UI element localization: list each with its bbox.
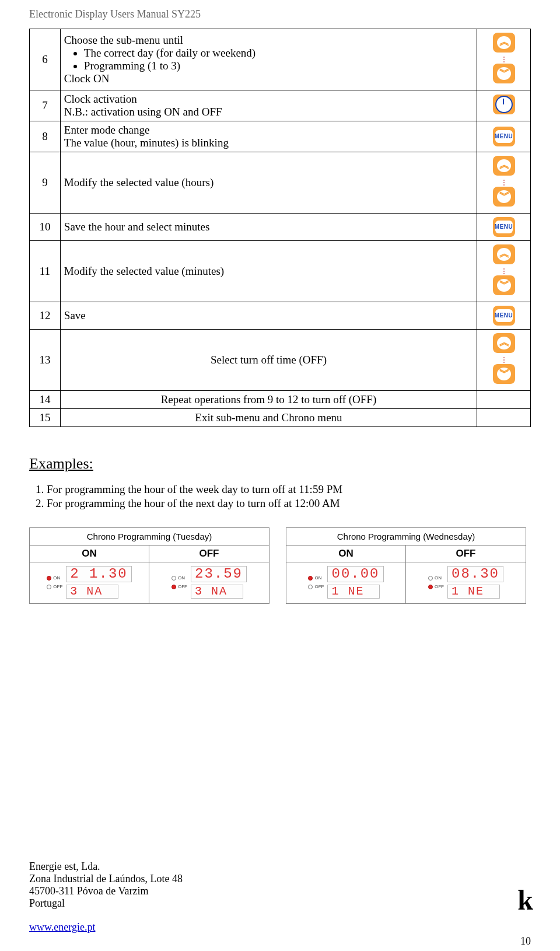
panel-onoff-header: ON	[30, 546, 149, 562]
clock-icon	[493, 95, 515, 114]
step-icons	[477, 330, 531, 391]
footer-link[interactable]: www.energie.pt	[29, 921, 95, 933]
menu-icon: MENU	[493, 127, 515, 146]
footer-country: Portugal	[29, 897, 531, 910]
step-line: Clock activation	[64, 93, 473, 106]
step-description: Exit sub-menu and Chrono menu	[60, 409, 477, 427]
step-number: 14	[30, 391, 61, 409]
chrono-panel: Chrono Programming (Wednesday)ONONOFF00.…	[286, 527, 526, 604]
led-on-icon	[172, 585, 176, 589]
icon-connector	[503, 268, 505, 274]
led-label: OFF	[435, 584, 444, 589]
led-label: ON	[314, 575, 321, 581]
panel-half-off: OFFONOFF23.593 NA	[149, 546, 269, 603]
led-row: ON	[172, 575, 187, 581]
led-label: ON	[53, 575, 60, 581]
seven-segment-display: 3 NA	[66, 585, 118, 599]
led-row: ON	[308, 575, 324, 581]
led-row: OFF	[428, 584, 444, 589]
examples-list: For programming the hour of the week day…	[47, 483, 531, 510]
led-label: ON	[435, 575, 442, 581]
seven-segment-display: 1 NE	[327, 585, 380, 599]
panel-half-on: ONONOFF2 1.303 NA	[30, 546, 149, 603]
step-line: Modify the selected value (minutes)	[64, 265, 473, 278]
seven-segment-display: 1 NE	[447, 585, 500, 599]
seven-segment-display: 00.00	[327, 566, 383, 582]
step-icons	[477, 152, 531, 214]
table-row: 6Choose the sub-menu untilThe correct da…	[30, 29, 531, 90]
footer-addr2: 45700-311 Póvoa de Varzim	[29, 885, 531, 897]
footer-addr1: Zona Industrial de Laúndos, Lote 48	[29, 873, 531, 885]
step-description: Repeat operations from 9 to 12 to turn o…	[60, 391, 477, 409]
led-off-icon	[308, 585, 313, 589]
icon-connector	[503, 357, 505, 363]
led-group: ONOFF	[308, 575, 324, 589]
panel-onoff-header: OFF	[406, 546, 526, 562]
step-line: Save the hour and select minutes	[64, 221, 473, 233]
led-row: OFF	[308, 584, 324, 589]
led-group: ONOFF	[172, 575, 187, 589]
led-row: OFF	[172, 584, 187, 589]
table-row: 12SaveMENU	[30, 302, 531, 330]
led-group: ONOFF	[47, 575, 62, 589]
led-on-icon	[308, 576, 313, 581]
led-row: ON	[428, 575, 444, 581]
icon-connector	[503, 180, 505, 186]
menu-icon-label: MENU	[495, 224, 513, 230]
panel-half-on: ONONOFF00.001 NE	[286, 546, 406, 603]
step-icons	[477, 409, 531, 427]
table-row: 11Modify the selected value (minutes)	[30, 241, 531, 302]
led-label: ON	[178, 575, 185, 581]
step-number: 9	[30, 152, 61, 214]
step-icons	[477, 29, 531, 90]
segment-block: 08.301 NE	[447, 566, 503, 599]
led-label: OFF	[178, 584, 187, 589]
arrow-up-icon	[493, 244, 515, 264]
led-on-icon	[47, 576, 51, 581]
table-row: 15Exit sub-menu and Chrono menu	[30, 409, 531, 427]
step-description: Save the hour and select minutes	[60, 214, 477, 241]
step-icons	[477, 90, 531, 121]
led-on-icon	[428, 585, 433, 589]
led-row: ON	[47, 575, 62, 581]
icon-connector	[503, 57, 505, 62]
arrow-down-icon	[493, 64, 515, 83]
menu-icon-label: MENU	[495, 134, 513, 139]
table-row: 10Save the hour and select minutesMENU	[30, 214, 531, 241]
step-line: Enter mode change	[64, 124, 473, 137]
footer: Energie est, Lda. Zona Industrial de Laú…	[29, 861, 531, 933]
menu-icon: MENU	[493, 306, 515, 326]
step-number: 6	[30, 29, 61, 90]
led-label: OFF	[314, 584, 324, 589]
panel-title: Chrono Programming (Wednesday)	[286, 528, 526, 546]
step-number: 10	[30, 214, 61, 241]
step-description: Clock activationN.B.: activation using O…	[60, 90, 477, 121]
panel-body: ONONOFF00.001 NEOFFONOFF08.301 NE	[286, 546, 526, 603]
panel-half-off: OFFONOFF08.301 NE	[406, 546, 526, 603]
panel-onoff-header: OFF	[149, 546, 269, 562]
segment-block: 2 1.303 NA	[66, 566, 131, 599]
led-label: OFF	[53, 584, 62, 589]
led-group: ONOFF	[428, 575, 444, 589]
step-icons	[477, 241, 531, 302]
step-icons: MENU	[477, 302, 531, 330]
step-description: Enter mode changeThe value (hour, minute…	[60, 121, 477, 152]
step-icons: MENU	[477, 214, 531, 241]
led-row: OFF	[47, 584, 62, 589]
table-row: 9Modify the selected value (hours)	[30, 152, 531, 214]
examples-heading: Examples:	[29, 455, 531, 473]
step-bullet: The correct day (for daily or weekend)	[84, 47, 473, 60]
step-number: 13	[30, 330, 61, 391]
led-off-icon	[428, 576, 433, 581]
step-description: Modify the selected value (minutes)	[60, 241, 477, 302]
step-bullet: Programming (1 to 3)	[84, 60, 473, 72]
panel-display: ONOFF00.001 NE	[286, 562, 405, 603]
chrono-panel: Chrono Programming (Tuesday)ONONOFF2 1.3…	[29, 527, 270, 604]
table-row: 14Repeat operations from 9 to 12 to turn…	[30, 391, 531, 409]
panel-title: Chrono Programming (Tuesday)	[30, 528, 269, 546]
step-number: 8	[30, 121, 61, 152]
step-line: N.B.: activation using ON and OFF	[64, 106, 473, 118]
step-line: Choose the sub-menu until	[64, 34, 473, 47]
step-icons	[477, 391, 531, 409]
example-item: For programming the hour of the week day…	[47, 483, 531, 496]
